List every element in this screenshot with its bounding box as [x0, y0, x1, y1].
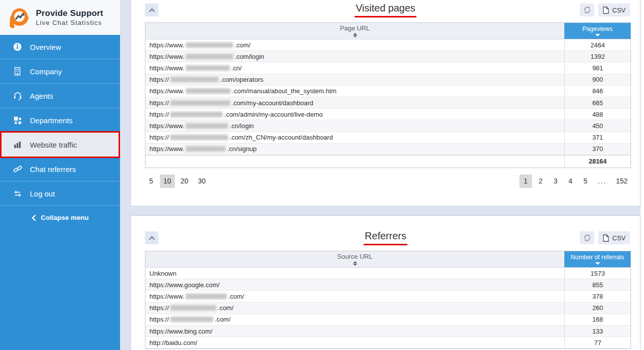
sidebar-item-company[interactable]: Company [0, 59, 120, 84]
link-icon [12, 164, 22, 174]
redacted-text [186, 88, 231, 94]
value-cell: 900 [564, 74, 631, 85]
url-cell: https://.com/my-account/dashboard [145, 97, 564, 108]
pageviews-column-header[interactable]: Pageviews [564, 23, 631, 39]
url-cell: Unknown [145, 268, 564, 279]
table-row: https://www..com/manual/about_the_system… [145, 86, 631, 97]
page-size-button[interactable]: 5 [145, 175, 157, 188]
url-cell: https://.com/ [145, 303, 564, 314]
page-number-button[interactable]: 2 [534, 175, 547, 188]
url-cell: https://.com/operators [145, 74, 564, 85]
value-cell: 665 [564, 97, 631, 108]
sort-icon [353, 33, 357, 37]
sidebar-item-website-traffic[interactable]: Website traffic [0, 133, 120, 157]
page-url-column-header[interactable]: Page URL [145, 23, 564, 39]
refresh-button[interactable] [580, 231, 594, 244]
redacted-text [186, 65, 230, 71]
value-cell: 981 [564, 62, 631, 73]
value-cell: 370 [564, 144, 631, 155]
table-row: https://.com/zh_CN/my-account/dashboard3… [145, 132, 631, 144]
total-pageviews: 28164 [564, 156, 631, 168]
table-row: https://www..cn/981 [145, 62, 631, 74]
url-cell: https://www..com/login [145, 51, 564, 62]
table-row: https://.com/260 [145, 303, 631, 314]
value-cell: 77 [564, 337, 631, 348]
sidebar-item-agents[interactable]: Agents [0, 84, 120, 108]
source-url-column-header[interactable]: Source URL [145, 251, 564, 267]
info-icon [12, 42, 22, 52]
table-row: https://www..com/2464 [145, 39, 631, 51]
page-number-button[interactable]: 3 [549, 175, 562, 188]
value-cell: 488 [564, 109, 631, 120]
csv-label: CSV [612, 6, 626, 14]
url-cell: https://www..com/ [145, 39, 564, 50]
url-cell: https://.com/ [145, 314, 564, 325]
brand-subtitle: Live Chat Statistics [36, 19, 103, 26]
brand-name: Provide Support [36, 8, 103, 18]
sidebar-item-label: Departments [30, 116, 73, 125]
logout-arrows-icon [12, 188, 22, 198]
url-cell: https://www..com/manual/about_the_system… [145, 86, 564, 97]
page-number-button[interactable]: 5 [579, 175, 592, 188]
column-header-label: Source URL [337, 253, 373, 260]
redacted-text [170, 317, 213, 322]
sidebar-item-label: Log out [30, 189, 55, 198]
collapse-menu-button[interactable]: Collapse menu [0, 206, 120, 229]
csv-export-button[interactable]: CSV [598, 3, 630, 16]
page-number-button[interactable]: 1 [519, 175, 532, 188]
sidebar-item-departments[interactable]: Departments [0, 108, 120, 133]
sidebar-item-chat-referrers[interactable]: Chat referrers [0, 157, 120, 181]
url-cell: https://www..cn/login [145, 120, 564, 131]
csv-export-button[interactable]: CSV [598, 231, 630, 244]
value-cell: 450 [564, 120, 631, 131]
redacted-text [186, 42, 233, 48]
url-cell: https://www.google.com/ [145, 279, 564, 290]
redacted-text [186, 294, 227, 299]
table-row: https://www..com/login1392 [145, 51, 631, 62]
page-number-button[interactable]: 4 [564, 175, 577, 188]
value-cell: 1392 [564, 51, 631, 62]
sidebar-item-label: Agents [30, 92, 53, 100]
page-size-button[interactable]: 10 [160, 175, 175, 188]
url-cell: https://www.bing.com/ [145, 326, 564, 337]
sidebar-item-label: Company [30, 67, 62, 76]
sidebar-item-overview[interactable]: Overview [0, 35, 120, 59]
bar-chart-icon [12, 140, 22, 150]
sidebar-item-logout[interactable]: Log out [0, 181, 120, 206]
table-row: https://.com/my-account/dashboard665 [145, 97, 631, 109]
page-size-button[interactable]: 30 [194, 175, 209, 188]
value-cell: 855 [564, 279, 631, 290]
url-cell: https://www..cn/signup [145, 144, 564, 155]
provide-support-logo-icon [8, 5, 31, 29]
referrals-column-header[interactable]: Number of referrals [564, 251, 631, 267]
redacted-text [186, 146, 226, 152]
page-ellipsis: ... [594, 175, 610, 188]
visited-pages-table: Page URL Pageviews https://www..com/2464… [145, 22, 631, 168]
table-row: https://www..com/378 [145, 291, 631, 302]
panel-title: Referrers [364, 230, 407, 245]
url-cell: https://.com/admin/my-account/live-demo [145, 109, 564, 120]
table-row: http://baidu.com/77 [145, 337, 631, 349]
headset-icon [12, 91, 22, 101]
sort-descending-icon [595, 34, 600, 36]
logo-text: Provide Support Live Chat Statistics [36, 8, 103, 26]
sidebar-item-label: Chat referrers [30, 165, 76, 174]
visited-pages-panel: Visited pages CSV Page URL [130, 0, 641, 206]
refresh-button[interactable] [580, 3, 594, 16]
url-cell: https://www..cn/ [145, 62, 564, 73]
table-row: https://www..cn/login450 [145, 120, 631, 132]
page-size-button[interactable]: 20 [177, 175, 192, 188]
value-cell: 846 [564, 86, 631, 97]
page-number-button[interactable]: 152 [613, 175, 631, 188]
sort-icon [353, 261, 357, 266]
scrollbar-track[interactable] [641, 0, 644, 350]
total-row: 28164 [145, 155, 631, 168]
value-cell: 1573 [564, 268, 631, 279]
csv-file-icon [603, 234, 609, 242]
page-size-selector: 5102030 [145, 175, 209, 188]
url-cell: https://www..com/ [145, 291, 564, 302]
value-cell: 378 [564, 291, 631, 302]
table-row: https://www..cn/signup370 [145, 144, 631, 155]
redacted-text [170, 305, 216, 311]
value-cell: 168 [564, 314, 631, 325]
